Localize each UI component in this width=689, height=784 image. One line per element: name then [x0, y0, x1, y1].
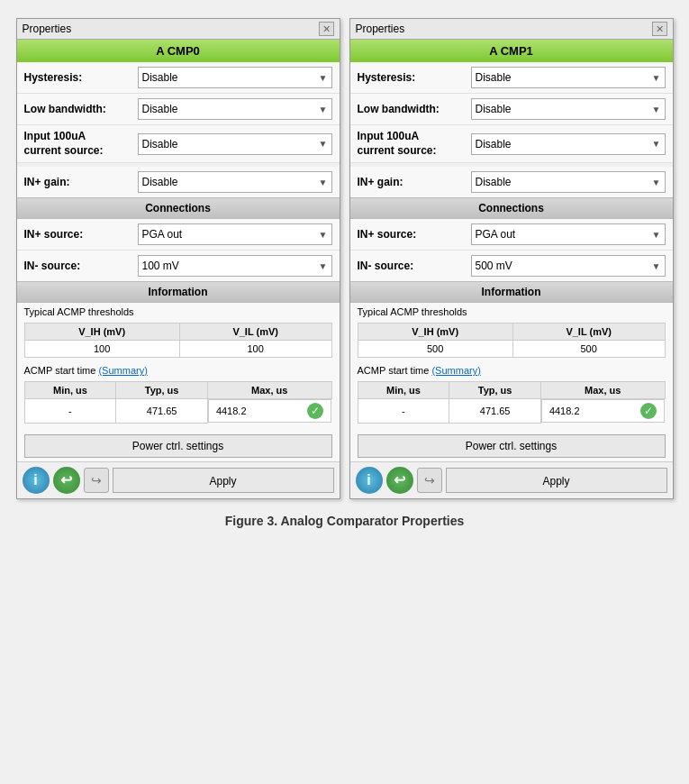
cmp1-in-minus-source-label: IN- source:	[358, 260, 466, 272]
cmp1-props-block: Hysteresis: Disable ▼ Low bandwidth: Dis…	[350, 62, 673, 197]
cmp0-timing-table: Min, us Typ, us Max, us - 471.65 4418.2 …	[24, 381, 332, 424]
cmp0-input-current-row: Input 100uAcurrent source: Disable ▼	[17, 125, 340, 163]
cmp1-connections-header: Connections	[350, 197, 673, 219]
cmp0-timing-min-header: Min, us	[24, 382, 116, 399]
panel-cmp0-close[interactable]: ✕	[319, 22, 334, 36]
cmp1-in-plus-source-row: IN+ source: PGA out ▼	[350, 219, 673, 251]
cmp1-start-time-text: ACMP start time (Summary)	[350, 361, 673, 379]
panel-cmp1-close[interactable]: ✕	[652, 22, 667, 36]
cmp1-in-plus-source-value: PGA out	[476, 228, 516, 241]
cmp0-hysteresis-arrow: ▼	[319, 73, 328, 83]
cmp0-threshold-text: Typical ACMP thresholds	[17, 303, 340, 321]
cmp1-info-button[interactable]: i	[356, 467, 383, 494]
cmp0-input-current-label: Input 100uAcurrent source:	[24, 130, 132, 158]
cmp0-info-section: Typical ACMP thresholds V_IH (mV) V_IL (…	[17, 303, 340, 461]
cmp0-low-bandwidth-label: Low bandwidth:	[24, 103, 132, 115]
cmp1-in-minus-source-value: 500 mV	[476, 260, 512, 272]
cmp0-in-plus-gain-arrow: ▼	[319, 178, 328, 187]
cmp0-component-name: A CMP0	[17, 40, 340, 62]
cmp1-in-minus-source-row: IN- source: 500 mV ▼	[350, 251, 673, 281]
cmp0-in-plus-source-select[interactable]: PGA out ▼	[138, 223, 332, 245]
cmp0-v-ih-value: 100	[24, 341, 179, 358]
panel-cmp0-title: Properties	[23, 23, 72, 35]
cmp0-input-current-arrow: ▼	[319, 139, 328, 149]
cmp0-v-ih-header: V_IH (mV)	[24, 324, 179, 341]
cmp1-in-plus-source-select[interactable]: PGA out ▼	[471, 223, 666, 245]
cmp0-in-plus-source-arrow: ▼	[319, 230, 328, 240]
cmp0-in-minus-source-label: IN- source:	[24, 260, 132, 272]
cmp1-timing-table: Min, us Typ, us Max, us - 471.65 4418.2 …	[358, 381, 666, 424]
cmp1-in-plus-gain-value: Disable	[476, 176, 512, 188]
cmp0-in-plus-source-value: PGA out	[142, 228, 183, 241]
cmp1-hysteresis-select[interactable]: Disable ▼	[471, 67, 666, 88]
cmp1-input-current-arrow: ▼	[652, 139, 661, 149]
cmp1-timing-typ-value: 471.65	[449, 399, 541, 424]
cmp0-info-button[interactable]: i	[23, 467, 50, 494]
cmp0-apply-button[interactable]: Apply	[113, 468, 334, 493]
cmp1-v-ih-header: V_IH (mV)	[358, 324, 512, 341]
cmp1-v-il-value: 500	[512, 341, 665, 358]
cmp1-in-plus-source-arrow: ▼	[652, 230, 661, 240]
cmp1-in-minus-source-arrow: ▼	[652, 261, 661, 271]
cmp0-low-bandwidth-row: Low bandwidth: Disable ▼	[17, 94, 340, 125]
cmp1-undo-button[interactable]: ↩	[386, 467, 413, 494]
cmp0-timing-typ-value: 471.65	[116, 399, 208, 424]
cmp0-low-bandwidth-arrow: ▼	[319, 105, 328, 114]
cmp1-in-plus-source-label: IN+ source:	[358, 228, 466, 241]
cmp0-in-plus-source-label: IN+ source:	[24, 228, 132, 241]
cmp1-summary-link[interactable]: (Summary)	[431, 365, 480, 376]
cmp0-hysteresis-select[interactable]: Disable ▼	[138, 67, 332, 88]
cmp1-low-bandwidth-label: Low bandwidth:	[358, 103, 466, 115]
cmp1-low-bandwidth-value: Disable	[476, 103, 512, 115]
cmp0-connections-block: IN+ source: PGA out ▼ IN- source: 100 mV…	[17, 219, 340, 281]
cmp0-start-time-text: ACMP start time (Summary)	[17, 361, 340, 379]
cmp0-connections-header: Connections	[17, 197, 340, 219]
cmp1-low-bandwidth-arrow: ▼	[652, 105, 661, 114]
panel-cmp0-titlebar: Properties ✕	[17, 19, 340, 40]
cmp1-threshold-table: V_IH (mV) V_IL (mV) 500 500	[358, 323, 666, 358]
cmp1-input-current-row: Input 100uAcurrent source: Disable ▼	[350, 125, 673, 163]
cmp0-input-current-select[interactable]: Disable ▼	[138, 133, 332, 155]
cmp0-in-minus-source-arrow: ▼	[319, 261, 328, 271]
cmp1-input-current-value: Disable	[476, 138, 512, 150]
cmp0-threshold-table: V_IH (mV) V_IL (mV) 100 100	[24, 323, 332, 358]
panel-cmp1-title: Properties	[356, 23, 405, 35]
cmp1-hysteresis-row: Hysteresis: Disable ▼	[350, 62, 673, 94]
cmp0-in-minus-source-value: 100 mV	[142, 260, 179, 272]
cmp1-in-plus-gain-label: IN+ gain:	[358, 176, 466, 188]
panel-cmp0: Properties ✕ A CMP0 Hysteresis: Disable …	[16, 18, 340, 499]
cmp1-info-section: Typical ACMP thresholds V_IH (mV) V_IL (…	[350, 303, 673, 461]
cmp1-low-bandwidth-row: Low bandwidth: Disable ▼	[350, 94, 673, 125]
cmp1-timing-max-value: 4418.2 ✓	[541, 399, 665, 423]
cmp1-in-plus-gain-select[interactable]: Disable ▼	[471, 171, 666, 193]
cmp1-in-minus-source-select[interactable]: 500 mV ▼	[471, 255, 666, 277]
cmp1-low-bandwidth-select[interactable]: Disable ▼	[471, 98, 666, 120]
cmp0-in-minus-source-row: IN- source: 100 mV ▼	[17, 251, 340, 281]
cmp0-redo-button[interactable]: ↪	[84, 468, 109, 493]
cmp1-timing-min-value: -	[358, 399, 449, 424]
cmp0-in-plus-gain-select[interactable]: Disable ▼	[138, 171, 332, 193]
cmp1-in-plus-gain-row: IN+ gain: Disable ▼	[350, 167, 673, 197]
cmp0-undo-button[interactable]: ↩	[53, 467, 80, 494]
cmp0-in-plus-gain-label: IN+ gain:	[24, 176, 132, 188]
cmp0-summary-link[interactable]: (Summary)	[98, 365, 147, 376]
cmp1-connections-block: IN+ source: PGA out ▼ IN- source: 500 mV…	[350, 219, 673, 281]
cmp0-power-ctrl-button[interactable]: Power ctrl. settings	[24, 434, 332, 458]
cmp0-bottom-bar: i ↩ ↪ Apply	[17, 461, 340, 498]
cmp1-timing-max-header: Max, us	[540, 382, 665, 399]
cmp0-v-il-value: 100	[179, 341, 331, 358]
cmp0-in-minus-source-select[interactable]: 100 mV ▼	[138, 255, 332, 277]
cmp0-in-plus-gain-value: Disable	[142, 176, 178, 188]
cmp1-power-ctrl-button[interactable]: Power ctrl. settings	[358, 434, 666, 458]
cmp1-v-ih-value: 500	[358, 341, 512, 358]
cmp0-timing-max-header: Max, us	[207, 382, 331, 399]
cmp1-apply-button[interactable]: Apply	[446, 468, 667, 493]
cmp1-input-current-select[interactable]: Disable ▼	[471, 133, 666, 155]
cmp1-redo-button[interactable]: ↪	[417, 468, 442, 493]
cmp1-input-current-label: Input 100uAcurrent source:	[358, 130, 466, 158]
panel-cmp1-titlebar: Properties ✕	[350, 19, 673, 40]
cmp0-low-bandwidth-select[interactable]: Disable ▼	[138, 98, 332, 120]
cmp1-threshold-text: Typical ACMP thresholds	[350, 303, 673, 321]
cmp1-in-plus-gain-arrow: ▼	[652, 178, 661, 187]
cmp0-hysteresis-row: Hysteresis: Disable ▼	[17, 62, 340, 94]
